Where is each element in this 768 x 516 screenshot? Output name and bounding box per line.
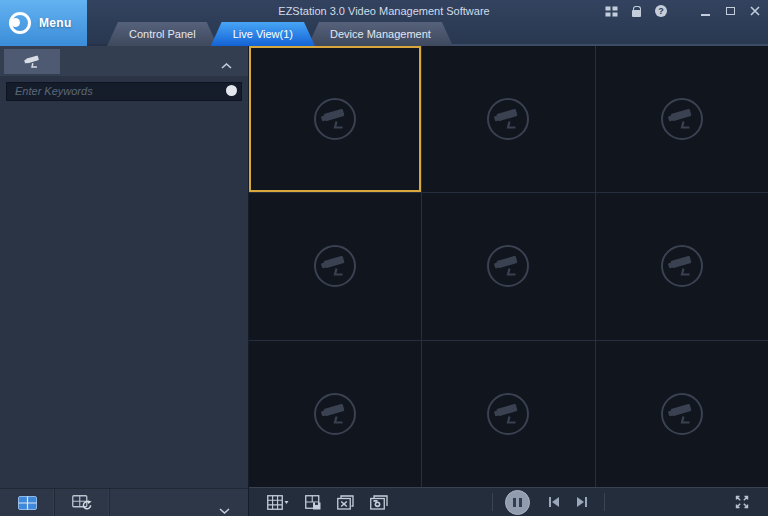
app-body <box>0 46 768 516</box>
pause-button[interactable] <box>505 490 530 515</box>
lock-icon[interactable] <box>629 5 643 17</box>
tab-bar: Control Panel Live View(1) Device Manage… <box>114 22 453 46</box>
screens-icon[interactable] <box>604 5 618 17</box>
tab-control-panel[interactable]: Control Panel <box>107 22 218 46</box>
maximize-icon[interactable] <box>723 5 737 17</box>
search-circle-icon[interactable] <box>226 85 237 96</box>
camera-placeholder-icon <box>485 96 531 142</box>
video-tile[interactable] <box>596 193 768 339</box>
camera-placeholder-icon <box>659 243 705 289</box>
app-logo-icon <box>9 12 31 34</box>
save-view-icon[interactable] <box>305 495 321 510</box>
video-tile[interactable] <box>596 46 768 192</box>
menu-button-label: Menu <box>39 16 72 30</box>
video-tile[interactable] <box>422 193 594 339</box>
camera-placeholder-icon <box>659 96 705 142</box>
search-input[interactable] <box>6 82 242 101</box>
camera-placeholder-icon <box>312 96 358 142</box>
refresh-views-icon[interactable] <box>55 489 110 516</box>
view-layout-icon[interactable] <box>0 489 55 516</box>
cctv-camera-icon <box>22 53 42 71</box>
video-tile[interactable] <box>596 341 768 487</box>
tab-label: Control Panel <box>129 28 196 40</box>
live-view-toolbar <box>249 487 768 516</box>
camera-panel-tab[interactable] <box>4 49 60 74</box>
camera-list-empty <box>0 105 248 489</box>
tab-live-view-1[interactable]: Live View(1) <box>211 22 315 46</box>
video-tile[interactable] <box>422 46 594 192</box>
titlebar: Menu EZStation 3.0 Video Management Soft… <box>0 0 768 46</box>
next-button[interactable] <box>576 496 588 508</box>
window-title: EZStation 3.0 Video Management Software <box>120 5 648 17</box>
tab-device-management[interactable]: Device Management <box>308 22 453 46</box>
sidebar-header <box>0 46 248 76</box>
tab-label: Device Management <box>330 28 431 40</box>
video-tile[interactable] <box>249 46 421 192</box>
screen-layout-icon[interactable] <box>267 495 289 510</box>
chevron-up-icon[interactable] <box>221 55 232 73</box>
minimize-icon[interactable] <box>698 5 712 17</box>
previous-button[interactable] <box>548 496 560 508</box>
titlebar-controls <box>604 5 762 17</box>
camera-placeholder-icon <box>659 391 705 437</box>
close-icon[interactable] <box>748 5 762 17</box>
video-tile[interactable] <box>249 341 421 487</box>
chevron-down-icon[interactable] <box>219 500 230 516</box>
camera-placeholder-icon <box>312 243 358 289</box>
video-grid <box>249 46 768 487</box>
camera-placeholder-icon <box>312 391 358 437</box>
video-tile[interactable] <box>249 193 421 339</box>
camera-placeholder-icon <box>485 243 531 289</box>
toolbar-divider <box>604 493 605 511</box>
help-icon[interactable] <box>654 5 668 17</box>
live-view-area <box>249 46 768 516</box>
snapshot-icon[interactable] <box>370 495 388 510</box>
camera-search <box>6 81 242 101</box>
close-all-icon[interactable] <box>337 495 354 510</box>
camera-placeholder-icon <box>485 391 531 437</box>
fullscreen-icon[interactable] <box>734 494 750 510</box>
video-tile[interactable] <box>422 341 594 487</box>
toolbar-divider <box>492 493 493 511</box>
sidebar-bottom-bar <box>0 488 248 516</box>
camera-sidebar <box>0 46 249 516</box>
menu-button[interactable]: Menu <box>0 0 87 46</box>
tab-label: Live View(1) <box>233 28 293 40</box>
